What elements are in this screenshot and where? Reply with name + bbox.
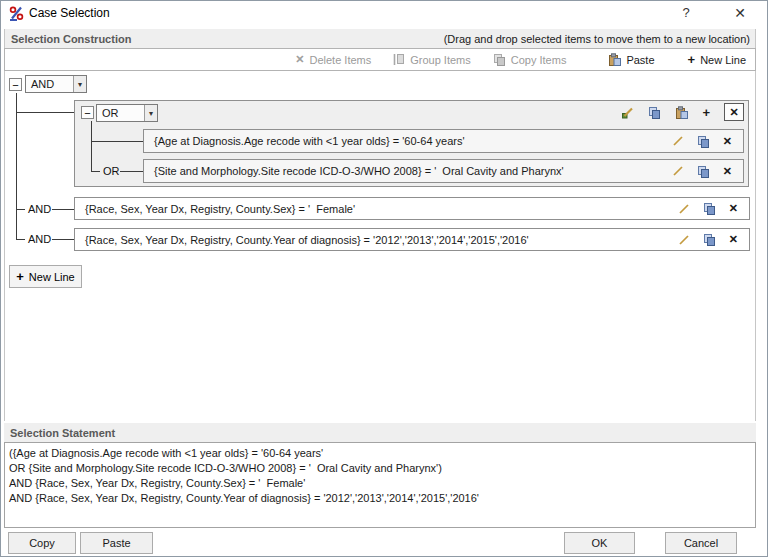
statement-line: AND {Race, Sex, Year Dx, Registry, Count… [9,476,751,491]
delete-x-icon[interactable]: ✕ [723,165,732,178]
condition-tree: − AND ▾ AND AND − OR ▾ [5,71,755,421]
construction-toolbar: ✕ Delete Items Group Items [4,48,756,71]
copy-items-button: Copy Items [493,53,567,66]
statement-line: OR {Site and Morphology.Site recode ICD-… [9,461,751,476]
new-line-button[interactable]: + New Line [9,265,82,288]
group-header-icons: + ✕ [621,103,744,121]
copy-button[interactable]: Copy [8,532,76,554]
root-operator-combo[interactable]: AND ▾ [25,75,87,93]
group-operator-combo[interactable]: OR ▾ [96,104,158,122]
edit-pencil-icon[interactable] [672,135,684,147]
group-items-icon [393,53,405,66]
tree-branch-line [17,239,25,240]
condition-text: {Race, Sex, Year Dx, Registry, County.Ye… [75,234,678,246]
chevron-down-icon[interactable]: ▾ [144,105,157,121]
statement-header-bar: Selection Statement [4,423,756,442]
paste-button[interactable]: Paste [80,532,153,554]
plus-icon[interactable]: + [702,107,710,118]
selection-statement-panel: Selection Statement ({Age at Diagnosis.A… [4,423,756,528]
edit-icon[interactable] [621,106,634,119]
connector-label-and: AND [27,233,52,245]
edit-pencil-icon[interactable] [672,165,684,177]
group-branch-line [120,171,143,172]
condition-text: {Site and Morphology.Site recode ICD-O-3… [144,165,672,177]
copy-icon[interactable] [697,135,710,148]
statement-line: AND {Race, Sex, Year Dx, Registry, Count… [9,491,751,506]
drag-drop-hint: (Drag and drop selected items to move th… [444,33,750,45]
selection-construction-panel: Selection Construction (Drag and drop se… [4,29,756,421]
condition-text: {Age at Diagnosis.Age recode with <1 yea… [144,135,672,147]
condition-row[interactable]: {Race, Sex, Year Dx, Registry, County.Ye… [74,228,750,251]
ok-button[interactable]: OK [564,532,635,554]
plus-icon: + [688,54,696,65]
root-operator-value: AND [26,78,73,90]
statement-text-box: ({Age at Diagnosis.Age recode with <1 ye… [4,442,756,528]
copy-icon[interactable] [703,233,716,246]
condition-text: {Race, Sex, Year Dx, Registry, County.Se… [75,203,678,215]
construction-title: Selection Construction [11,33,131,45]
case-selection-dialog: Case Selection ? ✕ Selection Constructio… [0,0,768,557]
connector-label-or: OR [102,165,121,177]
statement-line: ({Age at Diagnosis.Age recode with <1 ye… [9,446,751,461]
group-items-button: Group Items [393,53,471,66]
condition-row[interactable]: {Race, Sex, Year Dx, Registry, County.Se… [74,197,750,220]
condition-row[interactable]: {Age at Diagnosis.Age recode with <1 yea… [143,129,744,153]
titlebar: Case Selection ? ✕ [1,1,767,25]
close-button[interactable]: ✕ [727,3,753,23]
root-collapse-button[interactable]: − [9,78,22,91]
new-line-toolbar-button[interactable]: + New Line [688,54,746,66]
delete-x-icon[interactable]: ✕ [729,233,738,246]
group-trunk-line [91,121,92,172]
window-title: Case Selection [29,6,110,20]
tree-trunk-line [16,93,17,240]
group-delete-button[interactable]: ✕ [724,103,744,121]
condition-row[interactable]: {Site and Morphology.Site recode ICD-O-3… [143,159,744,183]
delete-items-label: Delete Items [309,54,371,66]
edit-pencil-icon[interactable] [678,203,690,215]
group-collapse-button[interactable]: − [81,106,94,119]
new-line-label: New Line [700,54,746,66]
connector-label-and: AND [27,203,52,215]
delete-x-icon[interactable]: ✕ [723,135,732,148]
delete-items-button: ✕ Delete Items [295,53,371,66]
tree-branch-line [52,209,74,210]
copy-icon[interactable] [703,202,716,215]
tree-branch-line [52,239,74,240]
plus-icon: + [16,271,24,282]
or-group-box[interactable]: − OR ▾ [74,100,749,187]
copy-icon[interactable] [648,106,661,119]
edit-pencil-icon[interactable] [678,234,690,246]
paste-toolbar-button[interactable]: Paste [608,53,654,66]
delete-x-icon: ✕ [295,53,304,66]
tree-branch-line [17,112,74,113]
new-line-button-label: New Line [29,271,75,283]
group-items-label: Group Items [410,54,471,66]
cancel-button[interactable]: Cancel [665,532,737,554]
statement-title: Selection Statement [10,427,115,439]
chevron-down-icon[interactable]: ▾ [73,76,86,92]
paste-label: Paste [626,54,654,66]
tree-branch-line [17,209,25,210]
copy-items-icon [493,53,506,66]
delete-x-icon[interactable]: ✕ [729,202,738,215]
paste-icon [608,53,621,66]
paste-icon[interactable] [675,106,688,119]
copy-icon[interactable] [697,165,710,178]
group-operator-value: OR [97,107,144,119]
help-button[interactable]: ? [673,3,699,23]
group-branch-line [92,171,100,172]
copy-items-label: Copy Items [511,54,567,66]
construction-header-bar: Selection Construction (Drag and drop se… [5,29,755,48]
group-branch-line [92,141,143,142]
seerstat-logo-icon [9,6,24,21]
